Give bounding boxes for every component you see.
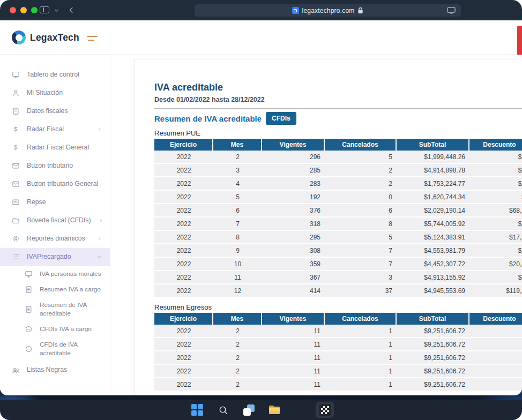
divider xyxy=(154,108,522,109)
sidebar-item-listas-negras[interactable]: Listas Negras xyxy=(0,361,110,379)
table-row: 202232852$4,914,898.78$6 xyxy=(154,164,522,177)
sidebar-item-cfdis-iva-a-cargo[interactable]: CFDIs IVA a cargo xyxy=(0,321,110,337)
sidebar-toggle-icon[interactable] xyxy=(40,6,49,13)
table-row: 202273188$5,744,005.92$7 xyxy=(154,218,522,231)
table-cell: 11 xyxy=(262,378,325,392)
resumen-pue-table: EjercicioMesVigentesCanceladosSubTotalDe… xyxy=(154,139,522,298)
sidebar-item-label: Resumen IVA a cargo xyxy=(40,286,101,294)
table-cell: 0 xyxy=(325,191,397,204)
sidebar-item-radar-fiscal[interactable]: Radar Fiscal xyxy=(0,121,110,139)
table-cell: $4,945,553.69 xyxy=(397,284,469,298)
sidebar-item-buzon-tributario-general[interactable]: Buzon tributario General xyxy=(0,175,110,193)
table-cell: 2022 xyxy=(154,164,213,177)
window-controls xyxy=(10,7,38,13)
sidebar: Tablero de controlMi SituaciónDatos fisc… xyxy=(0,55,110,395)
sidebar-item-repse[interactable]: Repse xyxy=(0,193,110,212)
sidebar-item-resumen-de-iva-acreditable[interactable]: Resumen de IVA acreditable xyxy=(0,297,110,321)
taskbar xyxy=(0,400,522,420)
brand-name: LegaxTech xyxy=(30,32,79,43)
table-cell: 2 xyxy=(325,164,397,177)
sidebar-item-label: Tablero de control xyxy=(27,71,79,79)
main-area: IVA acreditable Desde 01/02/2022 hasta 2… xyxy=(110,55,522,395)
column-header: Mes xyxy=(213,313,262,325)
table-cell: $7 xyxy=(469,218,522,231)
cfdis-button[interactable]: CFDIs xyxy=(266,112,296,125)
sidebar-item-label: Datos fiscales xyxy=(27,107,68,116)
table-cell: 1 xyxy=(325,325,397,338)
table-cell: 2 xyxy=(213,151,262,164)
doc-icon xyxy=(25,286,33,294)
table-cell: 5 xyxy=(325,151,397,164)
monitor-icon xyxy=(25,270,33,278)
table-cell: 6 xyxy=(325,204,397,218)
table-cell: 2022 xyxy=(154,338,213,351)
table-cell: 295 xyxy=(262,231,325,244)
sidebar-item-iva-personas-morales[interactable]: IVA personas morales xyxy=(0,266,110,282)
sidebar-item-label: Resumen de IVA acreditable xyxy=(40,301,102,318)
window-minimize-button[interactable] xyxy=(20,7,27,13)
sidebar-item-cfdis-de-iva-acreditable[interactable]: CFDIs de IVA acreditable xyxy=(0,337,110,361)
table-cell: 6 xyxy=(213,204,262,218)
browser-window: legaxtechpro.com LegaxTech Tablero de co… xyxy=(0,0,522,395)
table-cell: 7 xyxy=(325,258,397,271)
table-cell: 192 xyxy=(262,191,325,204)
chevron-down-icon[interactable] xyxy=(54,8,59,13)
sidebar-item-label: CFDIs de IVA acreditable xyxy=(40,341,102,357)
table-cell xyxy=(469,338,522,351)
sidebar-item-tablero-de-control[interactable]: Tablero de control xyxy=(0,66,110,84)
browser-chrome: legaxtechpro.com xyxy=(0,0,522,20)
file-explorer-button[interactable] xyxy=(265,402,284,418)
sidebar-item-ivaprecargado[interactable]: IVAPrecargado xyxy=(0,248,110,266)
dollar-icon xyxy=(12,125,20,133)
window-close-button[interactable] xyxy=(10,7,16,13)
table-row: 202251920$1,620,744.34$ xyxy=(154,191,522,204)
table-cell: 359 xyxy=(262,258,325,271)
sidebar-item-datos-fiscales[interactable]: Datos fiscales xyxy=(0,102,110,121)
sidebar-item-resumen-iva-a-cargo[interactable]: Resumen IVA a cargo xyxy=(0,282,110,297)
sidebar-item-reportes-dinamicos[interactable]: Reportes dinámicos xyxy=(0,230,110,248)
table-cell: 11 xyxy=(262,325,325,338)
table-cell: 5 xyxy=(213,191,262,204)
table-cell: 2 xyxy=(213,351,262,365)
column-header: Cancelados xyxy=(325,313,397,325)
table-row: 202263766$2,029,190.14$68,7 xyxy=(154,204,522,218)
column-header: Descuento xyxy=(469,313,522,325)
table-cell: 37 xyxy=(325,284,397,298)
book-icon xyxy=(12,107,20,115)
sidebar-item-buzon-tributario[interactable]: Buzon tributario xyxy=(0,157,110,175)
sidebar-item-radar-fiscal-general[interactable]: Radar Fiscal General xyxy=(0,139,110,157)
sidebar-item-mi-situacion[interactable]: Mi Situación xyxy=(0,84,110,102)
table-row: 2022113673$4,913,155.92$8 xyxy=(154,271,522,284)
chevron-down-icon xyxy=(96,254,102,260)
people-icon xyxy=(12,366,20,374)
table-cell xyxy=(469,365,522,378)
sidebar-item-label: IVA personas morales xyxy=(40,270,101,278)
search-button[interactable] xyxy=(214,402,232,418)
window-zoom-button[interactable] xyxy=(31,7,38,13)
sidebar-item-label: Mi Situación xyxy=(27,89,63,98)
table-cell: 7 xyxy=(325,244,397,258)
table-cell: 2 xyxy=(213,365,262,378)
display-icon[interactable] xyxy=(447,7,456,14)
table-cell: 2022 xyxy=(154,218,213,231)
windows-start-button[interactable] xyxy=(188,402,206,418)
menu-toggle-icon[interactable] xyxy=(87,36,98,41)
sidebar-item-label: Buzon tributario General xyxy=(27,180,98,189)
back-icon[interactable] xyxy=(66,5,76,15)
resumen-egresos-table: EjercicioMesVigentesCanceladosSubTotalDe… xyxy=(154,313,522,392)
desktop-screen: legaxtechpro.com LegaxTech Tablero de co… xyxy=(0,0,522,420)
table-cell: 2022 xyxy=(154,204,213,218)
table-cell: 3 xyxy=(325,271,397,284)
checkered-app-button[interactable] xyxy=(316,402,334,418)
task-view-button[interactable] xyxy=(240,402,258,418)
brand-logo[interactable]: LegaxTech xyxy=(12,31,79,44)
sidebar-item-label: Buzon tributario xyxy=(27,162,73,170)
dollar-icon xyxy=(12,144,20,152)
sidebar-item-boveda-fiscal-cfdis[interactable]: Boveda fiscal (CFDIs) xyxy=(0,212,110,230)
table-cell: $68,7 xyxy=(469,204,522,218)
table-cell: 12 xyxy=(213,284,262,298)
column-header: Ejercicio xyxy=(154,313,213,325)
table-cell: 1 xyxy=(325,338,397,351)
address-bar[interactable]: legaxtechpro.com xyxy=(195,4,461,17)
red-edge-tab[interactable] xyxy=(517,26,522,58)
